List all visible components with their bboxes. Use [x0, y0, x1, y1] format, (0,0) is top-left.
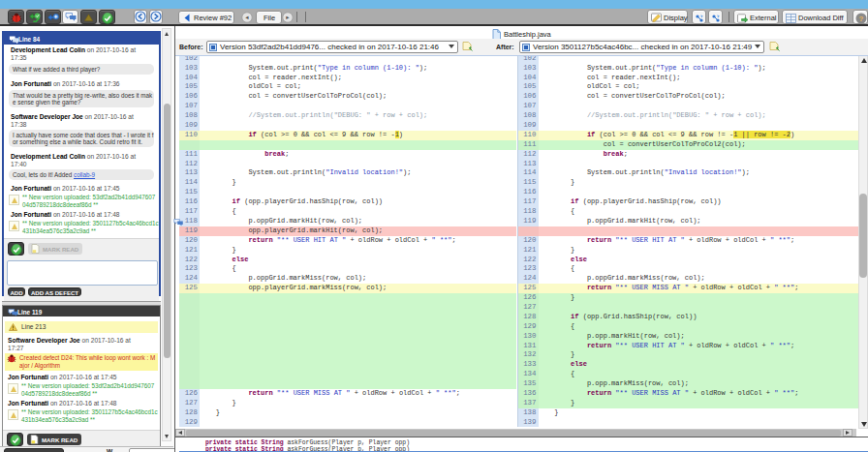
svg-text:?: ?: [858, 14, 863, 22]
